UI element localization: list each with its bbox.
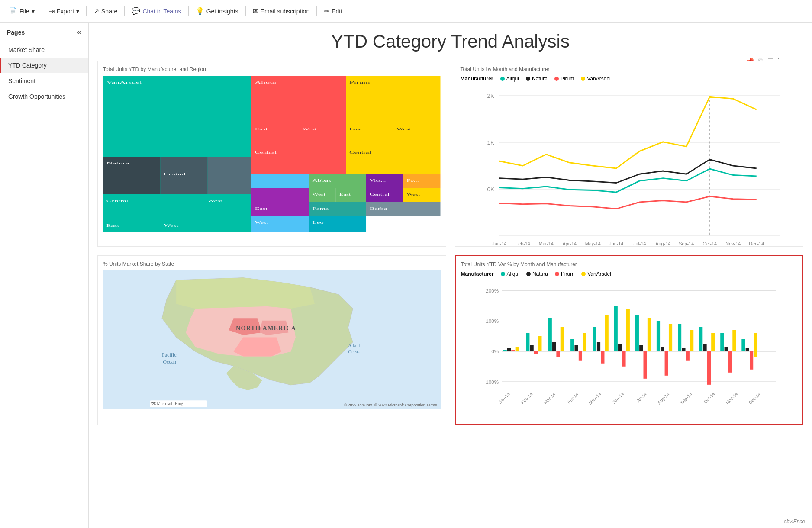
svg-text:Pirum: Pirum xyxy=(349,80,370,84)
svg-rect-18 xyxy=(346,122,393,146)
email-subscription-button[interactable]: ✉ Email subscription xyxy=(249,5,313,17)
svg-rect-113 xyxy=(578,351,582,361)
svg-rect-103 xyxy=(526,333,529,351)
separator-6 xyxy=(316,6,317,16)
svg-rect-116 xyxy=(596,342,600,351)
svg-rect-144 xyxy=(745,348,749,351)
svg-rect-0 xyxy=(103,76,251,157)
svg-text:Feb-14: Feb-14 xyxy=(519,391,533,405)
map-title: % Units Market Share by State xyxy=(103,261,441,267)
svg-text:Atlant: Atlant xyxy=(348,343,360,348)
chat-teams-button[interactable]: 💬 Chat in Teams xyxy=(128,5,184,17)
sidebar-collapse-button[interactable]: « xyxy=(77,28,81,37)
svg-text:Pacific: Pacific xyxy=(162,352,177,358)
barchart-container[interactable]: 200% 100% 0% -100% xyxy=(461,280,798,419)
separator-3 xyxy=(124,6,125,16)
svg-text:Apr-14: Apr-14 xyxy=(562,241,576,246)
linechart-legend: Manufacturer Aliqui Natura Pirum xyxy=(461,76,798,82)
svg-text:Sep-14: Sep-14 xyxy=(679,391,693,406)
svg-text:1K: 1K xyxy=(487,139,494,146)
edit-button[interactable]: ✏ Edit xyxy=(320,5,345,17)
legend-manufacturer-label: Manufacturer xyxy=(461,76,493,82)
svg-text:Oct-14: Oct-14 xyxy=(702,391,716,405)
get-insights-button[interactable]: 💡 Get insights xyxy=(192,5,242,17)
svg-text:Sep-14: Sep-14 xyxy=(679,241,694,246)
sidebar-item-market-share[interactable]: Market Share xyxy=(0,42,88,58)
share-button[interactable]: ↗ Share xyxy=(90,5,121,17)
barchart-dot-aliqui xyxy=(501,272,505,276)
email-icon: ✉ xyxy=(253,7,258,15)
svg-rect-130 xyxy=(668,324,672,351)
svg-rect-110 xyxy=(560,327,564,351)
svg-rect-128 xyxy=(661,347,664,351)
barchart-legend-natura: Natura xyxy=(526,271,548,277)
svg-text:🗺 Microsoft Bing: 🗺 Microsoft Bing xyxy=(151,401,183,406)
svg-rect-121 xyxy=(622,351,625,367)
barchart-dot-natura xyxy=(526,272,531,276)
file-menu[interactable]: 📄 File ▾ xyxy=(5,5,38,17)
svg-rect-10 xyxy=(251,122,299,146)
charts-grid: Total Units YTD by Manufacturer and Regi… xyxy=(97,61,803,425)
content-area: YTD Category Trend Analysis 📌 ⧉ ☰ ⛶ ··· … xyxy=(89,23,812,528)
linechart-title: Total Units by Month and Manufacturer xyxy=(461,66,798,72)
linechart-container[interactable]: 2K 1K 0K Jan-14 Feb-14 Mar-14 Apr-14 May… xyxy=(461,85,798,241)
svg-text:-100%: -100% xyxy=(484,379,499,385)
svg-rect-129 xyxy=(664,351,668,376)
svg-rect-124 xyxy=(639,345,643,351)
svg-rect-133 xyxy=(686,351,689,361)
svg-text:Vict...: Vict... xyxy=(370,179,386,182)
sidebar-item-growth-opportunities[interactable]: Growth Opportunities xyxy=(0,89,88,104)
svg-rect-109 xyxy=(556,351,560,357)
svg-rect-22 xyxy=(346,146,440,174)
svg-text:Central: Central xyxy=(349,151,371,155)
svg-text:Barba: Barba xyxy=(370,206,387,210)
main-layout: Pages « Market Share YTD Category Sentim… xyxy=(0,23,812,528)
barchart-dot-pirum xyxy=(555,272,559,276)
legend-dot-aliqui xyxy=(500,77,505,81)
svg-rect-137 xyxy=(707,351,710,385)
svg-rect-132 xyxy=(682,348,685,351)
svg-text:Jan-14: Jan-14 xyxy=(492,241,506,246)
sidebar-item-ytd-category[interactable]: YTD Category xyxy=(0,58,88,73)
legend-pirum: Pirum xyxy=(554,76,574,82)
svg-text:Ocea...: Ocea... xyxy=(348,349,361,354)
svg-rect-106 xyxy=(538,336,541,351)
svg-rect-127 xyxy=(656,321,660,351)
insights-icon: 💡 xyxy=(196,7,204,15)
treemap-container[interactable]: VanArsdel East Central West Aliqui East xyxy=(103,76,441,232)
legend-dot-vanarsdel xyxy=(581,77,585,81)
svg-rect-42 xyxy=(251,174,309,188)
svg-rect-139 xyxy=(720,333,724,351)
teams-icon: 💬 xyxy=(132,7,140,15)
separator-1 xyxy=(42,6,42,16)
legend-aliqui: Aliqui xyxy=(500,76,519,82)
svg-rect-142 xyxy=(732,330,736,351)
svg-text:Feb-14: Feb-14 xyxy=(515,241,530,246)
svg-text:Abbas: Abbas xyxy=(312,179,331,183)
barchart-legend: Manufacturer Aliqui Natura Pirum xyxy=(461,271,798,277)
svg-text:Jul-14: Jul-14 xyxy=(633,241,646,246)
svg-text:Oct-14: Oct-14 xyxy=(702,241,716,246)
svg-rect-140 xyxy=(724,347,728,351)
svg-text:Central: Central xyxy=(370,193,390,196)
more-button[interactable]: ... xyxy=(353,6,365,16)
svg-rect-108 xyxy=(552,342,556,351)
svg-text:East: East xyxy=(339,193,351,196)
legend-dot-pirum xyxy=(554,77,559,81)
svg-text:West: West xyxy=(312,193,326,196)
map-container[interactable]: Pacific Ocean Atlant Ocea... NORTH AMERI… xyxy=(103,270,441,409)
svg-rect-104 xyxy=(530,345,533,351)
svg-text:Aug-14: Aug-14 xyxy=(656,391,670,406)
svg-rect-125 xyxy=(643,351,647,379)
svg-text:West: West xyxy=(255,221,269,224)
barchart-panel: Total Units YTD Var % by Month and Manuf… xyxy=(455,255,804,425)
svg-rect-111 xyxy=(570,339,574,351)
treemap-panel: Total Units YTD by Manufacturer and Regi… xyxy=(97,61,446,247)
svg-rect-20 xyxy=(393,122,440,146)
linechart-panel: Total Units by Month and Manufacturer Ma… xyxy=(455,61,804,247)
svg-rect-143 xyxy=(741,339,745,351)
export-menu[interactable]: ⇥ Export ▾ xyxy=(45,5,83,17)
sidebar-item-sentiment[interactable]: Sentiment xyxy=(0,73,88,89)
svg-rect-115 xyxy=(593,327,596,351)
barchart-title: Total Units YTD Var % by Month and Manuf… xyxy=(461,261,798,267)
